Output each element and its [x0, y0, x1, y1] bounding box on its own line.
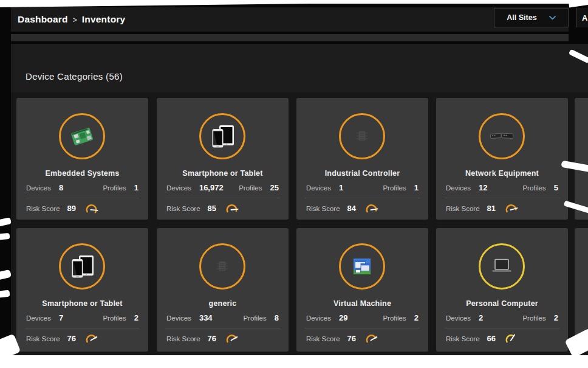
risk-score-value: 76 — [67, 334, 76, 343]
risk-score-label: Risk Score — [166, 335, 200, 342]
risk-score-row: Risk Score 84 — [306, 203, 380, 214]
breadcrumb-dashboard[interactable]: Dashboard — [18, 14, 68, 25]
page-title: Device Categories (56) — [26, 71, 123, 82]
risk-score-value: 81 — [487, 204, 496, 213]
device-category-card[interactable]: Embedded Systems Devices 8 Profiles 1 Ri… — [16, 98, 148, 220]
chip-icon — [347, 122, 377, 151]
risk-score-value: 84 — [347, 204, 356, 213]
profiles-count: 1 — [414, 183, 419, 192]
category-ring — [59, 113, 105, 159]
device-category-card[interactable]: Network Equipment Devices 12 Profiles 5 … — [436, 98, 568, 220]
category-title: Virtual Machine — [296, 299, 428, 308]
risk-gauge-icon — [84, 333, 100, 344]
profiles-count: 2 — [414, 313, 419, 322]
profiles-stat: Profiles 2 — [103, 313, 138, 322]
risk-score-value: 76 — [347, 334, 356, 343]
breadcrumb-separator: > — [73, 16, 77, 24]
profiles-stat: Profiles 25 — [239, 183, 279, 192]
risk-score-row: Risk Score 76 — [26, 333, 100, 344]
partial-card[interactable] — [575, 228, 588, 352]
smartphone-tablet-icon — [208, 122, 237, 151]
risk-score-label: Risk Score — [306, 335, 340, 342]
devices-stat: Devices 29 — [306, 313, 347, 322]
devices-count: 1 — [339, 183, 343, 192]
category-stats: Devices 7 Profiles 2 — [26, 313, 138, 322]
inventory-dashboard: Dashboard > Inventory All Sites A Device… — [0, 0, 588, 368]
risk-gauge-icon — [504, 333, 519, 344]
risk-gauge-icon — [364, 333, 380, 344]
profiles-stat: Profiles 2 — [522, 313, 558, 322]
risk-score-row: Risk Score 76 — [306, 333, 380, 344]
devices-label: Devices — [26, 314, 51, 322]
toolbar-strip — [11, 34, 569, 41]
risk-score-label: Risk Score — [446, 335, 480, 342]
category-stats: Devices 16,972 Profiles 25 — [166, 183, 279, 192]
profiles-stat: Profiles 2 — [383, 313, 419, 322]
devices-label: Devices — [446, 314, 471, 322]
risk-gauge-icon — [225, 333, 240, 344]
card-divider — [165, 328, 280, 328]
card-divider — [445, 198, 559, 198]
category-title: Embedded Systems — [16, 169, 148, 178]
profiles-label: Profiles — [239, 184, 262, 192]
risk-score-value: 66 — [487, 334, 496, 343]
devices-count: 8 — [59, 183, 63, 192]
devices-label: Devices — [26, 184, 51, 192]
device-category-card[interactable]: Personal Computer Devices 2 Profiles 2 R… — [436, 228, 568, 352]
devices-stat: Devices 12 — [446, 183, 487, 192]
profiles-label: Profiles — [383, 314, 406, 322]
category-title: Smartphone or Tablet — [16, 299, 148, 308]
breadcrumb-inventory: Inventory — [82, 14, 126, 25]
category-stats: Devices 8 Profiles 1 — [26, 183, 138, 192]
devices-label: Devices — [306, 314, 331, 322]
risk-gauge-icon — [84, 203, 100, 214]
devices-count: 7 — [59, 313, 63, 322]
card-divider — [25, 198, 140, 198]
risk-score-label: Risk Score — [166, 205, 200, 212]
profiles-count: 2 — [134, 313, 138, 322]
profiles-label: Profiles — [103, 314, 126, 322]
risk-score-value: 76 — [208, 334, 216, 343]
category-ring — [59, 243, 105, 290]
profiles-count: 2 — [554, 313, 558, 322]
device-category-card[interactable]: generic Devices 334 Profiles 8 Risk Scor… — [157, 228, 289, 352]
device-category-card[interactable]: Smartphone or Tablet Devices 16,972 Prof… — [157, 98, 289, 220]
devices-stat: Devices 7 — [26, 313, 63, 322]
device-category-card[interactable]: Virtual Machine Devices 29 Profiles 2 Ri… — [296, 228, 428, 352]
profiles-count: 25 — [270, 183, 279, 192]
category-title: Personal Computer — [436, 299, 568, 308]
profiles-label: Profiles — [103, 184, 126, 192]
card-divider — [25, 328, 140, 328]
devices-label: Devices — [166, 184, 191, 192]
laptop-icon — [487, 252, 516, 281]
category-stats: Devices 12 Profiles 5 — [446, 183, 558, 192]
partial-control-cutoff[interactable]: A — [576, 8, 588, 27]
risk-gauge-icon — [364, 203, 380, 214]
network-switch-icon — [487, 122, 516, 151]
devices-count: 334 — [199, 313, 213, 322]
risk-score-label: Risk Score — [446, 205, 480, 212]
devices-stat: Devices 2 — [446, 313, 483, 322]
risk-score-row: Risk Score 89 — [26, 203, 100, 214]
content-header-background — [11, 44, 588, 92]
risk-score-row: Risk Score 81 — [446, 203, 519, 214]
profiles-stat: Profiles 5 — [522, 183, 558, 192]
device-category-card[interactable]: Industrial Controller Devices 1 Profiles… — [296, 98, 428, 220]
site-selector-value: All Sites — [507, 13, 536, 22]
torn-edge — [0, 355, 588, 368]
profiles-stat: Profiles 1 — [103, 183, 138, 192]
site-selector-dropdown[interactable]: All Sites — [494, 8, 569, 27]
card-divider — [305, 198, 420, 198]
profiles-label: Profiles — [522, 314, 545, 322]
chevron-down-icon — [549, 16, 556, 20]
category-stats: Devices 334 Profiles 8 — [166, 313, 279, 322]
partial-card[interactable] — [575, 98, 588, 220]
category-title: generic — [157, 299, 289, 308]
device-category-card[interactable]: Smartphone or Tablet Devices 7 Profiles … — [16, 228, 148, 352]
risk-gauge-icon — [225, 203, 240, 214]
category-ring — [479, 243, 525, 290]
chip-icon — [208, 252, 237, 281]
profiles-stat: Profiles 8 — [243, 313, 279, 322]
devices-count: 16,972 — [199, 183, 224, 192]
risk-gauge-icon — [504, 203, 519, 214]
